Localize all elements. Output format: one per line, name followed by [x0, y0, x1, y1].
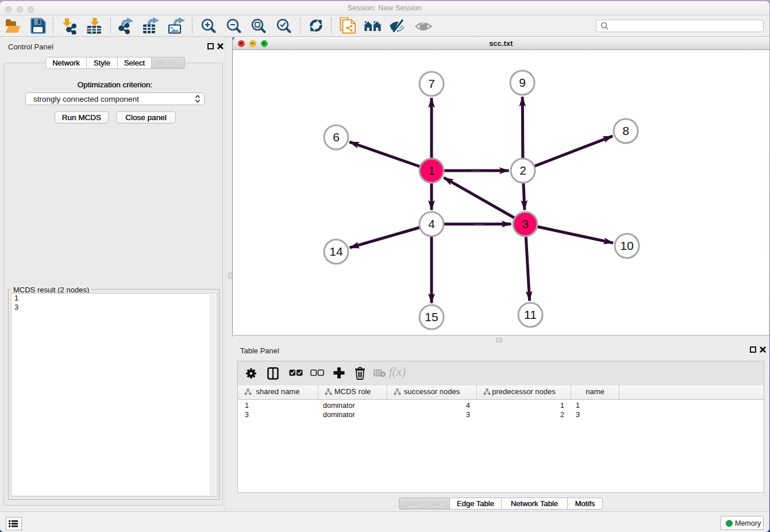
svg-text:11: 11: [524, 308, 537, 321]
svg-text:1: 1: [428, 164, 435, 177]
svg-text:14: 14: [329, 245, 343, 258]
svg-text:10: 10: [620, 239, 633, 252]
svg-text:9: 9: [519, 76, 526, 89]
svg-text:8: 8: [622, 124, 629, 137]
svg-text:15: 15: [425, 310, 438, 323]
svg-text:6: 6: [333, 130, 340, 144]
svg-text:4: 4: [428, 217, 435, 230]
svg-text:2: 2: [519, 164, 526, 177]
svg-text:7: 7: [428, 77, 435, 90]
svg-text:3: 3: [522, 217, 529, 230]
